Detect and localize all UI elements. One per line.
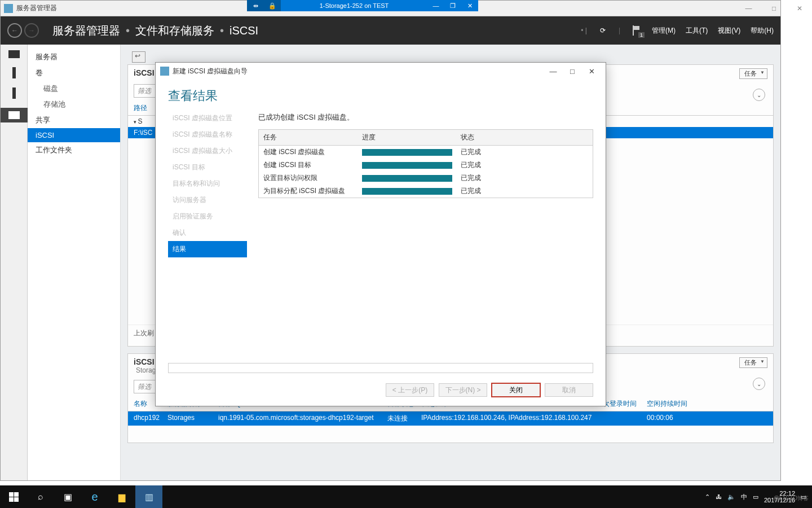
- results-table: 任务 进度 状态 创建 iSCSI 虚拟磁盘 已完成 创建 iSCSI 目标 已…: [258, 129, 593, 198]
- wizard-close-button[interactable]: ✕: [582, 67, 601, 76]
- cell-status: 未连接: [387, 414, 421, 423]
- watermark: @51CTO博客: [774, 494, 809, 502]
- dashboard-icon[interactable]: [8, 50, 20, 58]
- file-storage-icon[interactable]: [1, 108, 28, 122]
- tray-up-icon[interactable]: ⌃: [705, 493, 710, 501]
- step-target: iSCSI 目标: [168, 159, 247, 176]
- step-auth: 启用验证服务: [168, 208, 247, 225]
- chevron-icon: •: [220, 24, 224, 37]
- close-button[interactable]: 关闭: [492, 383, 540, 397]
- result-row: 为目标分配 iSCSI 虚拟磁盘 已完成: [259, 185, 593, 198]
- all-servers-icon[interactable]: [12, 87, 16, 99]
- header-bar: ← → 服务器管理器 • 文件和存储服务 • iSCSI • | ⟳ | 1 管…: [1, 16, 780, 45]
- breadcrumb: 服务器管理器 • 文件和存储服务 • iSCSI: [52, 23, 258, 38]
- server-manager-icon: [4, 4, 13, 13]
- task-label: 为目标分配 iSCSI 虚拟磁盘: [259, 185, 358, 198]
- search-icon[interactable]: ⌕: [27, 485, 54, 508]
- host-max-button[interactable]: □: [761, 0, 787, 17]
- nav-storage-pools[interactable]: 存储池: [28, 97, 120, 112]
- status-label: 已完成: [456, 146, 513, 159]
- system-tray[interactable]: ⌃ 🖧 🔈 中 ▭ 22:12 2017/12/16 ▭ @51CTO博客: [705, 490, 812, 503]
- crumb-root[interactable]: 服务器管理器: [52, 23, 120, 38]
- step-results: 结果: [168, 241, 247, 257]
- progress-bar: [362, 188, 452, 195]
- refresh-icon[interactable]: ⟳: [597, 25, 608, 36]
- next-button: 下一步(N) >: [439, 383, 487, 397]
- ie-icon[interactable]: e: [81, 485, 108, 508]
- result-row: 创建 iSCSI 虚拟磁盘 已完成: [259, 146, 593, 159]
- menu-help[interactable]: 帮助(H): [751, 26, 774, 36]
- rdp-restore-button[interactable]: ❐: [444, 0, 461, 11]
- task-label: 创建 iSCSI 虚拟磁盘: [259, 146, 358, 159]
- left-nav: 服务器 卷 磁盘 存储池 共享 iSCSI 工作文件夹: [28, 45, 121, 480]
- target-row[interactable]: dhcp192 Storages iqn.1991-05.com.microso…: [128, 411, 773, 426]
- nav-volumes[interactable]: 卷: [28, 65, 120, 81]
- expand-toggle[interactable]: ⌄: [753, 89, 765, 101]
- progress-bar: [362, 149, 452, 156]
- menu-tools[interactable]: 工具(T): [686, 26, 708, 36]
- result-row: 创建 iSCSI 目标 已完成: [259, 159, 593, 172]
- wizard-heading: 查看结果: [156, 80, 606, 110]
- crumb-2[interactable]: iSCSI: [230, 24, 258, 37]
- step-name: iSCSI 虚拟磁盘名称: [168, 126, 247, 143]
- undo-icon[interactable]: [132, 51, 145, 63]
- cell-server: Storages: [167, 414, 218, 423]
- step-location: iSCSI 虚拟磁盘位置: [168, 110, 247, 126]
- step-size: iSCSI 虚拟磁盘大小: [168, 143, 247, 159]
- panel-title: iSCSI: [134, 68, 155, 77]
- menu-manage[interactable]: 管理(M): [652, 26, 676, 36]
- vertical-icon-strip: [1, 45, 28, 480]
- col-idle[interactable]: 空闲持续时间: [647, 399, 698, 409]
- tasks-dropdown-2[interactable]: 任务: [739, 357, 767, 368]
- rdp-close-button[interactable]: ✕: [461, 0, 478, 11]
- progress-bar: [362, 162, 452, 169]
- task-label: 创建 iSCSI 目标: [259, 159, 358, 172]
- rdp-min-button[interactable]: —: [427, 0, 444, 11]
- wizard-message: 已成功创建 iSCSI 虚拟磁盘。: [258, 112, 593, 122]
- nav-iscsi[interactable]: iSCSI: [28, 128, 120, 142]
- host-window-controls: — □ ✕: [736, 0, 812, 17]
- rdp-pin-icon[interactable]: ⇹: [247, 0, 264, 11]
- nav-forward-button[interactable]: →: [24, 23, 39, 38]
- expand-toggle-2[interactable]: ⌄: [753, 378, 765, 390]
- ime-indicator[interactable]: 中: [741, 493, 747, 501]
- notifications-flag-icon[interactable]: 1: [630, 25, 642, 36]
- cancel-button: 取消: [545, 383, 593, 397]
- cell-idle: 00:00:06: [647, 414, 698, 423]
- nav-disks[interactable]: 磁盘: [28, 81, 120, 97]
- task-view-icon[interactable]: ▣: [54, 485, 81, 508]
- network-icon[interactable]: 🖧: [716, 493, 722, 500]
- host-close-button[interactable]: ✕: [787, 0, 812, 17]
- wizard-icon: [160, 67, 169, 76]
- status-label: 已完成: [456, 159, 513, 172]
- wizard-bottom-box: [168, 363, 593, 373]
- wizard-max-button[interactable]: □: [563, 67, 582, 76]
- menu-view[interactable]: 视图(V): [718, 26, 740, 36]
- server-manager-taskbar-icon[interactable]: ▥: [135, 485, 162, 508]
- col-status: 状态: [456, 130, 513, 145]
- window-title: 服务器管理器: [16, 3, 57, 13]
- nav-work-folders[interactable]: 工作文件夹: [28, 142, 120, 158]
- panel2-title: iSCSI: [134, 357, 155, 366]
- prev-button: < 上一步(P): [386, 383, 434, 397]
- remote-connection-bar: ⇹ 🔒 1-Storage1-252 on TEST — ❐ ✕: [247, 0, 478, 11]
- cell-name: dhcp192: [134, 414, 167, 423]
- volume-icon[interactable]: 🔈: [727, 493, 735, 501]
- nav-servers[interactable]: 服务器: [28, 49, 120, 65]
- start-button[interactable]: [0, 485, 27, 508]
- nav-shares[interactable]: 共享: [28, 112, 120, 128]
- rdp-lock-icon: 🔒: [264, 0, 281, 11]
- wizard-min-button[interactable]: —: [544, 67, 563, 76]
- wizard-button-row: < 上一步(P) 下一步(N) > 关闭 取消: [156, 378, 606, 406]
- local-server-icon[interactable]: [12, 67, 16, 78]
- status-label: 已完成: [456, 185, 513, 198]
- explorer-icon[interactable]: ▆: [108, 485, 135, 508]
- step-target-name: 目标名称和访问: [168, 176, 247, 192]
- host-min-button[interactable]: —: [736, 0, 761, 17]
- wizard-titlebar[interactable]: 新建 iSCSI 虚拟磁盘向导 — □ ✕: [156, 63, 606, 80]
- ime-icon[interactable]: ▭: [753, 493, 758, 501]
- tasks-dropdown[interactable]: 任务: [739, 68, 767, 79]
- crumb-1[interactable]: 文件和存储服务: [135, 23, 214, 38]
- step-access: 访问服务器: [168, 192, 247, 208]
- nav-back-button[interactable]: ←: [7, 23, 22, 38]
